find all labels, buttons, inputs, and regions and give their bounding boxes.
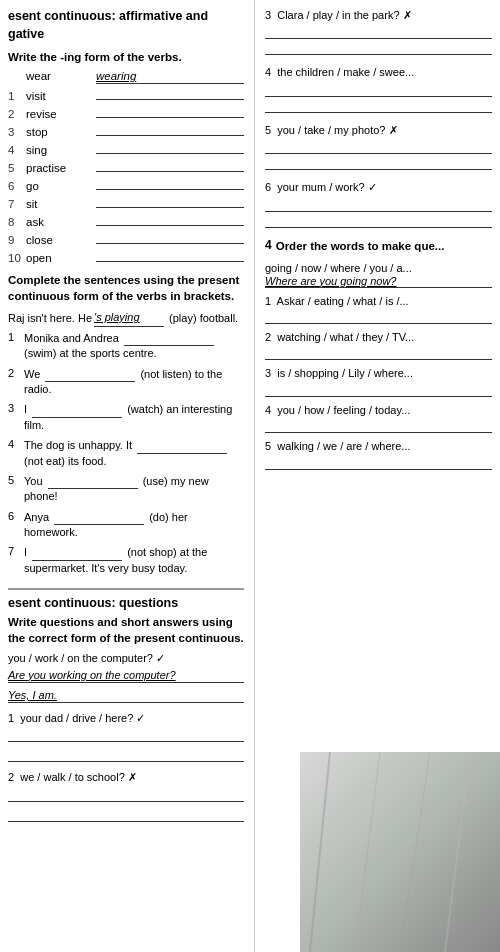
verb-num-7: 7 [8, 198, 26, 210]
q-example-prompt: you / work / on the computer? ✓ [8, 651, 244, 666]
q-answer-2a[interactable] [8, 788, 244, 802]
verb-answer-0: wearing [96, 70, 244, 84]
right-answer-3a[interactable] [265, 25, 492, 39]
order-item-1-text: 1 Askar / eating / what / is /... [265, 294, 492, 309]
section1-title: esent continuous: affirmative and gative [8, 8, 244, 43]
order-item-3: 3 is / shopping / Lily / where... [265, 366, 492, 396]
section2-instruction: Complete the sentences using the present… [8, 272, 244, 304]
q-item-1-text: 1 your dad / drive / here? ✓ [8, 711, 244, 726]
order-item-3-text: 3 is / shopping / Lily / where... [265, 366, 492, 381]
verb-word-9: close [26, 234, 96, 246]
example-sentence: Raj isn't here. He's playing (play) foot… [8, 309, 244, 327]
blank-7[interactable] [32, 560, 122, 561]
verb-num-3: 3 [8, 126, 26, 138]
photo-svg [300, 752, 500, 952]
verb-word-2: revise [26, 108, 96, 120]
section1-instruction: Write the -ing form of the verbs. [8, 49, 244, 65]
order-item-5-text: 5 walking / we / are / where... [265, 439, 492, 454]
verb-row-8: 8 ask [8, 212, 244, 228]
q-answer-1b[interactable] [8, 748, 244, 762]
blank-5[interactable] [48, 488, 138, 489]
questions-instruction: Write questions and short answers using … [8, 614, 244, 646]
sentence-item-3: 3 I (watch) an interesting film. [8, 402, 244, 433]
verb-word-4: sing [26, 144, 96, 156]
verb-answer-8[interactable] [96, 212, 244, 226]
page: esent continuous: affirmative and gative… [0, 0, 500, 952]
sentence-item-5: 5 You (use) my new phone! [8, 474, 244, 505]
order-item-2-text: 2 watching / what / they / TV... [265, 330, 492, 345]
q-example-answer2: Yes, I am. [8, 689, 244, 703]
order-example-prompt: going / now / where / you / a... [265, 262, 492, 274]
q-item-2-text: 2 we / walk / to school? ✗ [8, 770, 244, 785]
example-filled: 's playing [94, 309, 164, 327]
q-example-answer1: Are you working on the computer? [8, 669, 244, 683]
questions-title: esent continuous: questions [8, 588, 244, 610]
q-answer-2b[interactable] [8, 808, 244, 822]
q-item-2: 2 we / walk / to school? ✗ [8, 770, 244, 821]
right-answer-5b[interactable] [265, 156, 492, 170]
right-answer-4b[interactable] [265, 99, 492, 113]
left-column: esent continuous: affirmative and gative… [0, 0, 255, 952]
verb-num-4: 4 [8, 144, 26, 156]
verb-row-10: 10 open [8, 248, 244, 264]
order-section-num: 4 [265, 238, 272, 252]
svg-rect-0 [300, 752, 500, 952]
q-item-1: 1 your dad / drive / here? ✓ [8, 711, 244, 762]
right-answer-5a[interactable] [265, 140, 492, 154]
right-item-5: 5 you / take / my photo? ✗ [265, 123, 492, 170]
right-item-6: 6 your mum / work? ✓ [265, 180, 492, 227]
blank-6[interactable] [54, 524, 144, 525]
verb-answer-2[interactable] [96, 104, 244, 118]
right-answer-6a[interactable] [265, 198, 492, 212]
blank-2[interactable] [45, 381, 135, 382]
verb-answer-5[interactable] [96, 158, 244, 172]
verb-row-9: 9 close [8, 230, 244, 246]
verb-answer-6[interactable] [96, 176, 244, 190]
order-item-2: 2 watching / what / they / TV... [265, 330, 492, 360]
verb-row-2: 2 revise [8, 104, 244, 120]
verb-row-6: 6 go [8, 176, 244, 192]
order-title: Order the words to make que... [276, 238, 445, 254]
order-answer-3[interactable] [265, 383, 492, 397]
verb-word-10: open [26, 252, 96, 264]
verb-answer-9[interactable] [96, 230, 244, 244]
verb-answer-10[interactable] [96, 248, 244, 262]
verb-answer-1[interactable] [96, 86, 244, 100]
questions-section: esent continuous: questions Write questi… [8, 588, 244, 821]
example-text-before: Raj isn't here. He [8, 312, 92, 324]
order-answer-4[interactable] [265, 419, 492, 433]
order-answer-1[interactable] [265, 310, 492, 324]
sentence-item-2: 2 We (not listen) to the radio. [8, 367, 244, 398]
right-column: 3 Clara / play / in the park? ✗ 4 the ch… [255, 0, 500, 952]
sentence-item-6: 6 Anya (do) her homework. [8, 510, 244, 541]
verb-row-example: wear wearing [8, 70, 244, 84]
verb-row-3: 3 stop [8, 122, 244, 138]
photo-image [300, 752, 500, 952]
right-answer-4a[interactable] [265, 83, 492, 97]
blank-4[interactable] [137, 453, 227, 454]
verb-row-4: 4 sing [8, 140, 244, 156]
verb-answer-3[interactable] [96, 122, 244, 136]
right-item-4: 4 the children / make / swee... [265, 65, 492, 112]
verb-num-5: 5 [8, 162, 26, 174]
verb-answer-7[interactable] [96, 194, 244, 208]
verb-table: wear wearing 1 visit 2 revise 3 stop 4 s… [8, 70, 244, 264]
right-answer-6b[interactable] [265, 214, 492, 228]
order-item-1: 1 Askar / eating / what / is /... [265, 294, 492, 324]
verb-word-0: wear [26, 70, 96, 82]
right-item-3-text: 3 Clara / play / in the park? ✗ [265, 8, 492, 23]
sentence-item-4: 4 The dog is unhappy. It (not eat) its f… [8, 438, 244, 469]
verb-answer-4[interactable] [96, 140, 244, 154]
verb-word-5: practise [26, 162, 96, 174]
right-item-5-text: 5 you / take / my photo? ✗ [265, 123, 492, 138]
blank-3[interactable] [32, 417, 122, 418]
order-answer-5[interactable] [265, 456, 492, 470]
verb-num-8: 8 [8, 216, 26, 228]
verb-row-7: 7 sit [8, 194, 244, 210]
q-answer-1a[interactable] [8, 728, 244, 742]
right-answer-3b[interactable] [265, 41, 492, 55]
order-answer-2[interactable] [265, 346, 492, 360]
blank-1[interactable] [124, 345, 214, 346]
sentence-item-7: 7 I (not shop) at the supermarket. It's … [8, 545, 244, 576]
example-text-after: (play) football. [166, 312, 238, 324]
